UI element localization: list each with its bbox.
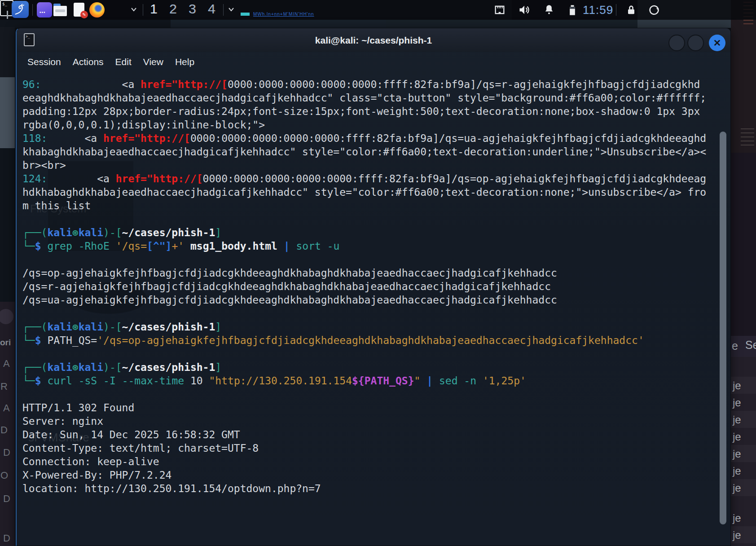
workspace-4[interactable]: 4 <box>208 1 215 17</box>
chevron-down-icon[interactable] <box>131 7 137 12</box>
wallpaper-shape <box>386 20 637 28</box>
kali-dragon-icon <box>14 3 26 16</box>
menu-edit[interactable]: Edit <box>115 57 132 67</box>
terminal-line: /qs=r-agjehaigkfejhfbagjcfdjiadcgkhdeeag… <box>22 280 706 293</box>
battery-icon[interactable] <box>566 4 579 16</box>
terminal-line: 96: <a href="http://[0000:0000:0000:0000… <box>22 78 706 91</box>
close-button[interactable]: ✕ <box>709 35 725 51</box>
terminal-line: ┌──(kali⊛kali)-[~/cases/phish-1] <box>22 361 706 374</box>
background-label: ori <box>0 338 11 348</box>
background-label: D <box>3 493 10 505</box>
terminal-line: Connection: keep-alive <box>22 455 706 468</box>
notifications-bell-icon[interactable] <box>543 4 555 16</box>
background-window-left <box>0 148 15 302</box>
terminal-output: 96: <a href="http://[0000:0000:0000:0000… <box>22 78 706 495</box>
background-file-list: jejejejejejejejeje <box>731 357 756 546</box>
panel-separator <box>616 4 616 16</box>
background-list-header: e Se <box>731 336 756 357</box>
maximize-button[interactable] <box>687 35 704 51</box>
workspace-1[interactable]: 1 <box>150 1 158 17</box>
terminal-line: /qs=ua-agjehaigkfejhfbagjcfdjiadcgkhdeea… <box>22 293 706 307</box>
workspace-2[interactable]: 2 <box>169 1 177 17</box>
terminal-line: m this list <box>22 199 706 212</box>
background-row-label: je <box>733 396 741 409</box>
scrollbar-thumb[interactable] <box>720 132 726 524</box>
terminal-line <box>22 347 706 361</box>
workspace-3[interactable]: 3 <box>189 1 196 17</box>
clock[interactable]: 11:59 <box>583 3 613 17</box>
terminal-line: 118: <a href="http://[0000:0000:0000:000… <box>22 132 706 145</box>
background-header-fragment: e <box>732 339 738 352</box>
terminal-line <box>22 212 706 226</box>
background-row-label: je <box>733 448 741 460</box>
terminal-content[interactable]: File System sf VMShare 96: <a href="http… <box>17 71 730 546</box>
terminal-line: └─$ PATH_QS='/qs=op-agjehaigkfejhfbagjcf… <box>22 334 706 347</box>
app-launcher-window[interactable]: ••• <box>37 2 52 18</box>
terminal-line: └─$ curl -sS -I --max-time 10 "http://13… <box>22 374 706 387</box>
wallpaper-glitch-text: MWh.ln+nn+M'MIN'HH'nn <box>241 12 314 17</box>
kali-menu-button[interactable] <box>12 1 29 18</box>
panel-separator <box>143 4 143 16</box>
panel-separator <box>223 4 224 16</box>
window-titlebar[interactable]: >_ kali@kali: ~/cases/phish-1 ✕ <box>17 28 730 52</box>
background-label: O <box>0 470 8 481</box>
terminal-line <box>22 253 706 266</box>
background-row-label: je <box>733 431 741 443</box>
terminal-window: >_ kali@kali: ~/cases/phish-1 ✕ SessionA… <box>16 28 731 546</box>
terminal-line: hdkhabaghdkhabajeaedhaccaecjhadgicafjkeh… <box>22 185 706 199</box>
background-row-label: je <box>733 414 741 426</box>
panel-edge-tick <box>7 11 8 19</box>
menu-actions[interactable]: Actions <box>73 57 104 67</box>
terminal-line: ┌──(kali⊛kali)-[~/cases/phish-1] <box>22 226 706 239</box>
menu-bar: SessionActionsEditViewHelp <box>17 52 730 71</box>
menu-view[interactable]: View <box>143 57 163 67</box>
background-label: D <box>3 533 10 544</box>
volume-icon[interactable] <box>518 4 531 16</box>
terminal-line <box>22 307 706 320</box>
terminal-line: rgba(0,0,0,0.1);display:inline-block;"> <box>22 118 706 132</box>
background-header-text: Se <box>745 339 756 352</box>
logout-icon[interactable] <box>648 4 660 16</box>
background-window-left <box>0 27 15 77</box>
terminal-line: Server: nginx <box>22 414 706 428</box>
background-label: D <box>0 424 8 436</box>
background-label: A <box>3 358 10 370</box>
background-label: R <box>0 381 8 392</box>
terminal-line: └─$ grep -RhoE '/qs=[^"]+' msg1_body.htm… <box>22 239 706 253</box>
background-row-label: je <box>733 529 741 542</box>
terminal-line: HTTP/1.1 302 Found <box>22 401 706 414</box>
terminal-line: ┌──(kali⊛kali)-[~/cases/phish-1] <box>22 320 706 334</box>
background-row-label: je <box>733 379 741 392</box>
background-window-right-text <box>741 128 754 146</box>
lock-screen-icon[interactable] <box>625 4 637 16</box>
terminal-line: padding:12px 28px;border-radius:24px;fon… <box>22 105 706 118</box>
background-row-label: je <box>733 512 741 524</box>
menu-help[interactable]: Help <box>175 57 194 67</box>
panel-separator <box>32 4 33 16</box>
terminal-line: 124: <a href="http://[0000:0000:0000:000… <box>22 172 706 185</box>
chevron-down-icon[interactable] <box>228 7 234 12</box>
firefox-launcher[interactable] <box>89 2 105 18</box>
minimize-button[interactable] <box>668 35 685 51</box>
top-panel: ••• ✎ $_ 1234 MWh.ln+nn+M'MIN'HH'nn <box>0 0 756 20</box>
background-window-right <box>731 153 756 336</box>
window-app-dots: ••• <box>40 10 46 15</box>
background-row-label: je <box>733 482 741 494</box>
text-editor-launcher[interactable]: ✎ <box>72 2 87 18</box>
terminal-line: location: http://130.250.191.154/optdown… <box>22 482 706 495</box>
background-label: D <box>3 447 10 458</box>
terminal-line: eeaghdkhabaghdkhabajeaedhaccaecjhadgicaf… <box>22 91 706 105</box>
terminal-line: X-Powered-By: PHP/7.2.24 <box>22 468 706 482</box>
terminal-line: /qs=op-agjehaigkfejhfbagjcfdjiadcgkhdeea… <box>22 266 706 280</box>
terminal-line: Date: Sun, 14 Dec 2025 16:58:32 GMT <box>22 428 706 441</box>
file-manager-launcher[interactable] <box>53 2 68 18</box>
network-icon[interactable] <box>493 4 506 16</box>
window-title: kali@kali: ~/cases/phish-1 <box>17 28 730 52</box>
glitch-square <box>241 13 250 16</box>
background-row-label: je <box>733 465 741 477</box>
background-window-left <box>0 77 15 148</box>
pencil-badge-icon: ✎ <box>80 11 88 18</box>
terminal-line: Content-Type: text/html; charset=UTF-8 <box>22 441 706 455</box>
terminal-line: br><br> <box>22 159 706 172</box>
menu-session[interactable]: Session <box>27 57 61 67</box>
